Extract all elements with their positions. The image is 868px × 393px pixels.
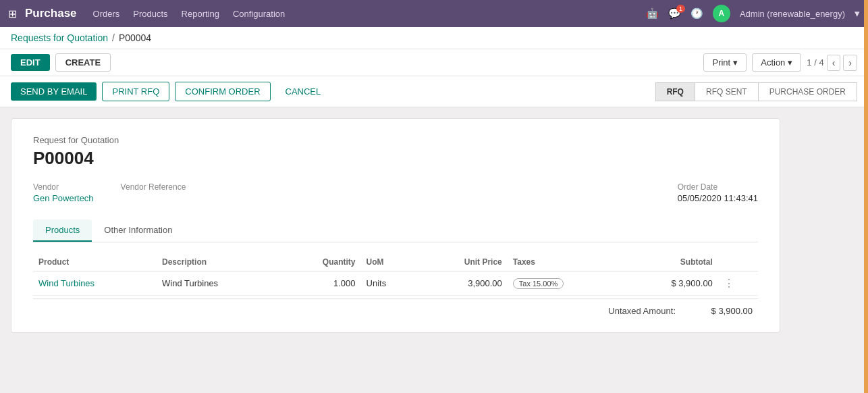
chat-icon[interactable]: 💬 1: [668, 7, 681, 20]
action-dropdown-icon: ▾: [788, 57, 792, 68]
untaxed-label: Untaxed Amount:: [608, 306, 676, 316]
next-page-button[interactable]: ›: [843, 55, 857, 71]
status-tab-purchase-order[interactable]: PURCHASE ORDER: [758, 82, 857, 101]
nav-right: 🤖 💬 1 🕐 A Admin (renewable_energy) ▾: [646, 5, 860, 22]
nav-products[interactable]: Products: [133, 9, 167, 19]
breadcrumb-parent[interactable]: Requests for Quotation: [11, 32, 108, 43]
print-dropdown-icon: ▾: [733, 57, 738, 68]
cancel-button[interactable]: CANCEL: [276, 82, 331, 101]
doc-tabs: Products Other Information: [33, 219, 758, 242]
robot-icon[interactable]: 🤖: [646, 7, 659, 20]
notification-badge: 1: [676, 5, 685, 13]
vendor-value[interactable]: Gen Powertech: [33, 193, 94, 203]
order-date-label: Order Date: [678, 182, 758, 192]
col-quantity: Quantity: [280, 253, 360, 271]
status-tab-rfq-sent[interactable]: RFQ SENT: [695, 82, 758, 101]
pagination: 1 / 4 ‹ ›: [807, 55, 857, 71]
prev-page-button[interactable]: ‹: [827, 55, 841, 71]
table-row: Wind Turbines Wind Turbines 1.000 Units …: [33, 271, 758, 296]
breadcrumb-current: P00004: [119, 32, 151, 43]
row-menu-icon[interactable]: ⋮: [724, 278, 734, 289]
totals-row: Untaxed Amount: $ 3,900.00: [33, 298, 758, 316]
user-dropdown-icon[interactable]: ▾: [855, 7, 860, 20]
col-uom: UoM: [361, 253, 418, 271]
doc-number: P00004: [33, 148, 758, 169]
cell-description: Wind Turbines: [157, 271, 280, 296]
send-by-email-button[interactable]: SEND BY EMAIL: [11, 82, 97, 101]
cell-subtotal: $ 3,900.00: [622, 271, 718, 296]
cell-taxes: Tax 15.00%: [508, 271, 622, 296]
create-button[interactable]: CREATE: [55, 53, 111, 72]
action-bar: SEND BY EMAIL PRINT RFQ CONFIRM ORDER CA…: [0, 76, 868, 107]
col-menu: [718, 253, 758, 271]
nav-reporting[interactable]: Reporting: [182, 9, 219, 19]
product-table: Product Description Quantity UoM Unit Pr…: [33, 253, 758, 296]
vendor-label: Vendor: [33, 182, 94, 192]
print-button[interactable]: Print ▾: [703, 53, 747, 72]
document-card: Request for Quotation P00004 Vendor Gen …: [11, 118, 780, 333]
tab-products[interactable]: Products: [33, 219, 92, 242]
confirm-order-button[interactable]: CONFIRM ORDER: [175, 82, 270, 101]
col-description: Description: [157, 253, 280, 271]
user-name[interactable]: Admin (renewable_energy): [740, 9, 845, 19]
nav-configuration[interactable]: Configuration: [233, 9, 285, 19]
breadcrumb-separator: /: [112, 32, 115, 43]
vendor-field: Vendor Gen Powertech: [33, 182, 94, 203]
cell-menu[interactable]: ⋮: [718, 271, 758, 296]
cell-product[interactable]: Wind Turbines: [33, 271, 157, 296]
vendor-ref-field: Vendor Reference: [121, 182, 186, 203]
breadcrumb: Requests for Quotation / P00004: [0, 27, 868, 49]
cell-uom: Units: [361, 271, 418, 296]
tab-other-information[interactable]: Other Information: [92, 219, 184, 242]
right-accent-bar: [864, 0, 868, 344]
print-rfq-button[interactable]: PRINT RFQ: [102, 82, 169, 101]
toolbar: EDIT CREATE Print ▾ Action ▾ 1 / 4 ‹ ›: [0, 49, 868, 76]
cell-quantity: 1.000: [280, 271, 360, 296]
nav-links: Orders Products Reporting Configuration: [93, 9, 646, 19]
doc-label: Request for Quotation: [33, 135, 758, 145]
vendor-ref-label: Vendor Reference: [121, 182, 186, 192]
nav-orders[interactable]: Orders: [93, 9, 120, 19]
app-title: Purchase: [25, 7, 77, 20]
status-tab-rfq[interactable]: RFQ: [655, 82, 695, 101]
tax-badge: Tax 15.00%: [513, 278, 564, 289]
col-subtotal: Subtotal: [622, 253, 718, 271]
status-tabs: RFQ RFQ SENT PURCHASE ORDER: [655, 82, 857, 101]
col-unit-price: Unit Price: [418, 253, 508, 271]
doc-fields: Vendor Gen Powertech Vendor Reference Or…: [33, 182, 758, 203]
action-button[interactable]: Action ▾: [752, 53, 801, 72]
order-date-field: Order Date 05/05/2020 11:43:41: [678, 182, 758, 203]
col-product: Product: [33, 253, 157, 271]
content-area: Request for Quotation P00004 Vendor Gen …: [0, 107, 868, 344]
user-avatar: A: [713, 5, 730, 22]
cell-unit-price: 3,900.00: [418, 271, 508, 296]
clock-icon[interactable]: 🕐: [690, 7, 703, 20]
top-nav: ⊞ Purchase Orders Products Reporting Con…: [0, 0, 868, 27]
grid-icon[interactable]: ⊞: [8, 7, 17, 20]
untaxed-value: $ 3,900.00: [692, 306, 753, 316]
col-taxes: Taxes: [508, 253, 622, 271]
edit-button[interactable]: EDIT: [11, 54, 50, 71]
order-date-value: 05/05/2020 11:43:41: [678, 193, 758, 203]
